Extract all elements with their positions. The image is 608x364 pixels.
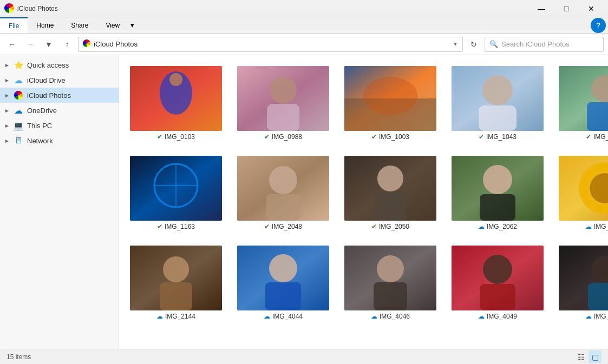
photo-item[interactable]: ✔ IMG_0103 <box>128 64 224 143</box>
photo-filename: IMG_1043 <box>486 133 517 141</box>
refresh-button[interactable]: ↻ <box>466 37 481 52</box>
window-controls: — □ ✕ <box>529 0 604 17</box>
sidebar: ► ⭐ Quick access ► ☁ iCloud Drive ► iClo… <box>0 55 119 349</box>
photo-thumbnail <box>452 246 544 310</box>
photo-filename: IMG_2116 <box>594 223 608 230</box>
photo-item[interactable]: ☁ IMG_4051 <box>557 243 608 322</box>
photo-item[interactable]: ✔ IMG_2048 <box>235 154 331 233</box>
sidebar-item-network[interactable]: ► 🖥 Network <box>0 133 119 148</box>
photo-filename: IMG_4049 <box>487 313 517 320</box>
this-pc-icon: 💻 <box>13 121 24 131</box>
svg-rect-47 <box>265 282 301 310</box>
back-button[interactable]: ← <box>4 37 19 52</box>
photo-item[interactable]: ☁ IMG_4044 <box>235 243 331 322</box>
icloud-drive-icon: ☁ <box>13 75 24 85</box>
svg-point-8 <box>363 77 417 115</box>
photo-item[interactable]: ✔ IMG_1043 <box>449 64 546 143</box>
photo-item[interactable]: ☁ IMG_2116 <box>557 154 608 233</box>
large-icon-view-button[interactable]: ▢ <box>589 350 602 363</box>
photo-item[interactable]: ✔ IMG_2050 <box>342 154 439 233</box>
photo-thumbnail <box>130 246 222 310</box>
sidebar-item-quick-access[interactable]: ► ⭐ Quick access <box>0 57 119 72</box>
photo-item[interactable]: ☁ IMG_2144 <box>128 243 224 322</box>
content-area: ✔ IMG_0103 ✔ IMG_0988 <box>119 55 608 349</box>
photo-filename: IMG_2062 <box>487 223 517 230</box>
photo-thumbnail <box>237 156 329 221</box>
sidebar-label-quick-access: Quick access <box>27 61 69 69</box>
photo-thumbnail <box>130 66 222 131</box>
photo-name: ☁ IMG_4046 <box>371 313 410 320</box>
photo-item[interactable]: ✔ IMG_1163 <box>128 154 224 233</box>
synced-icon: ✔ <box>264 133 270 141</box>
photo-filename: IMG_0988 <box>272 133 302 141</box>
photo-filename: IMG_4051 <box>594 313 608 320</box>
expand-icon: ► <box>4 123 13 129</box>
address-dropdown-arrow: ▼ <box>453 41 458 47</box>
tab-home[interactable]: Home <box>28 17 62 33</box>
list-view-button[interactable]: ☷ <box>574 350 587 363</box>
cloud-icon: ☁ <box>264 313 270 320</box>
photo-name: ☁ IMG_2062 <box>478 223 517 230</box>
photo-filename: IMG_1163 <box>165 223 195 230</box>
cloud-icon: ☁ <box>585 223 592 230</box>
photo-filename: IMG_2050 <box>379 223 409 230</box>
expand-icon: ► <box>4 62 13 68</box>
dropdown-history-button[interactable]: ▼ <box>41 37 56 52</box>
photo-name: ✔ IMG_2050 <box>371 223 409 230</box>
svg-point-2 <box>169 73 182 86</box>
ribbon-dropdown[interactable]: ▾ <box>128 17 136 33</box>
photo-item[interactable]: ☁ IMG_4046 <box>342 243 439 322</box>
star-icon: ⭐ <box>13 61 24 69</box>
photo-filename: IMG_1003 <box>379 133 409 141</box>
photo-filename: IMG_4046 <box>380 313 410 320</box>
address-box[interactable]: iCloud Photos ▼ <box>78 37 463 52</box>
forward-button[interactable]: → <box>23 37 38 52</box>
photo-thumbnail <box>452 66 544 131</box>
network-icon: 🖥 <box>13 136 24 145</box>
tab-view[interactable]: View <box>97 17 128 33</box>
photo-item[interactable]: ☁ IMG_4049 <box>449 243 546 322</box>
sidebar-label-icloud-photos: iCloud Photos <box>27 91 71 100</box>
synced-icon: ✔ <box>157 133 162 141</box>
status-bar: 15 items ☷ ▢ <box>0 349 608 364</box>
minimize-button[interactable]: — <box>529 0 554 17</box>
search-box[interactable]: 🔍 Search iCloud Photos <box>485 37 604 52</box>
photo-item[interactable]: ✔ IMG_1116 <box>557 64 608 143</box>
svg-rect-11 <box>479 105 517 131</box>
photo-item[interactable]: ✔ IMG_1003 <box>342 64 439 143</box>
sidebar-item-onedrive[interactable]: ► ☁ OneDrive <box>0 103 119 118</box>
photo-name: ☁ IMG_4044 <box>264 313 303 320</box>
photo-name: ☁ IMG_4051 <box>585 313 608 320</box>
maximize-button[interactable]: □ <box>554 0 579 17</box>
sidebar-item-this-pc[interactable]: ► 💻 This PC <box>0 118 119 133</box>
photo-thumbnail <box>344 246 436 310</box>
photo-thumbnail <box>559 246 608 310</box>
photo-filename: IMG_1116 <box>593 133 608 141</box>
svg-point-20 <box>269 166 297 194</box>
expand-icon: ► <box>4 108 13 114</box>
help-button[interactable]: ? <box>591 18 606 33</box>
svg-point-4 <box>270 77 297 104</box>
photo-name: ✔ IMG_1003 <box>371 133 409 141</box>
expand-icon: ► <box>4 77 13 83</box>
sidebar-item-icloud-photos[interactable]: ► iCloud Photos <box>0 88 119 103</box>
svg-point-49 <box>377 255 404 282</box>
search-placeholder: Search iCloud Photos <box>501 40 570 48</box>
photo-item[interactable]: ✔ IMG_0988 <box>235 64 331 143</box>
sidebar-item-icloud-drive[interactable]: ► ☁ iCloud Drive <box>0 72 119 88</box>
sidebar-label-icloud-drive: iCloud Drive <box>27 76 66 84</box>
svg-point-23 <box>377 166 403 191</box>
photo-thumbnail <box>237 246 329 310</box>
tab-share[interactable]: Share <box>62 17 97 33</box>
cloud-icon: ☁ <box>478 313 485 320</box>
search-icon: 🔍 <box>489 40 498 48</box>
tab-file[interactable]: File <box>0 17 28 33</box>
sidebar-label-network: Network <box>27 137 53 145</box>
photo-name: ✔ IMG_1116 <box>586 133 608 141</box>
up-button[interactable]: ↑ <box>60 37 75 52</box>
close-button[interactable]: ✕ <box>579 0 604 17</box>
photo-filename: IMG_2144 <box>165 313 195 320</box>
photo-item[interactable]: ☁ IMG_2062 <box>449 154 546 233</box>
photo-name: ✔ IMG_0103 <box>157 133 195 141</box>
photo-name: ✔ IMG_1043 <box>479 133 517 141</box>
